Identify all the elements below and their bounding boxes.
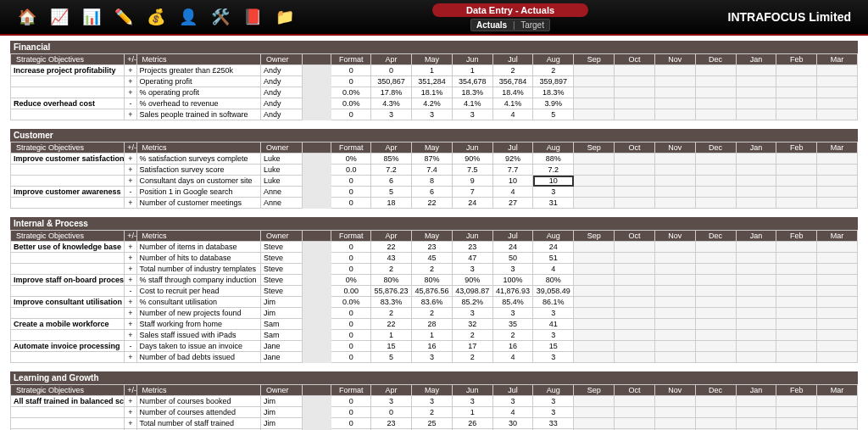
value-cell[interactable] — [736, 330, 776, 341]
value-cell[interactable]: 83.3% — [371, 297, 412, 308]
value-cell[interactable] — [776, 109, 817, 120]
value-cell[interactable] — [574, 187, 615, 198]
value-cell[interactable] — [574, 76, 615, 87]
value-cell[interactable]: 3 — [492, 264, 533, 275]
value-cell[interactable]: 35 — [492, 319, 533, 330]
value-cell[interactable] — [615, 87, 655, 98]
value-cell[interactable]: 5 — [371, 187, 412, 198]
value-cell[interactable]: 80% — [533, 275, 574, 286]
value-cell[interactable] — [654, 253, 695, 264]
value-cell[interactable]: 18.3% — [533, 87, 574, 98]
value-cell[interactable] — [817, 165, 858, 176]
value-cell[interactable] — [817, 154, 858, 165]
value-cell[interactable]: 85.4% — [492, 297, 533, 308]
value-cell[interactable] — [736, 264, 776, 275]
value-cell[interactable] — [654, 319, 695, 330]
value-cell[interactable] — [654, 165, 695, 176]
value-cell[interactable]: 41,876.93 — [492, 286, 533, 297]
value-cell[interactable] — [695, 264, 736, 275]
format-cell[interactable]: 0 — [331, 352, 371, 363]
value-cell[interactable] — [817, 242, 858, 253]
value-cell[interactable]: 26 — [452, 418, 492, 429]
value-cell[interactable]: 86.1% — [533, 297, 574, 308]
value-cell[interactable] — [736, 109, 776, 120]
value-cell[interactable]: 41 — [533, 319, 574, 330]
tab-actuals[interactable]: Actuals — [476, 20, 507, 30]
format-cell[interactable]: 0 — [331, 308, 371, 319]
value-cell[interactable] — [736, 308, 776, 319]
value-cell[interactable] — [615, 341, 655, 352]
value-cell[interactable]: 50 — [492, 253, 533, 264]
value-cell[interactable]: 92% — [492, 154, 533, 165]
value-cell[interactable] — [736, 275, 776, 286]
value-cell[interactable]: 88% — [533, 154, 574, 165]
value-cell[interactable]: 24 — [452, 198, 492, 209]
value-cell[interactable]: 3 — [452, 264, 492, 275]
value-cell[interactable] — [776, 264, 817, 275]
value-cell[interactable] — [736, 154, 776, 165]
value-cell[interactable]: 43,098.87 — [452, 286, 492, 297]
value-cell[interactable] — [817, 297, 858, 308]
value-cell[interactable]: 18.1% — [412, 87, 453, 98]
value-cell[interactable] — [654, 275, 695, 286]
value-cell[interactable]: 23 — [412, 242, 453, 253]
value-cell[interactable] — [574, 98, 615, 109]
value-cell[interactable] — [776, 352, 817, 363]
value-cell[interactable]: 0 — [371, 65, 412, 76]
value-cell[interactable] — [776, 286, 817, 297]
value-cell[interactable]: 10 — [533, 176, 574, 187]
value-cell[interactable]: 4 — [533, 264, 574, 275]
value-cell[interactable]: 359,897 — [533, 76, 574, 87]
value-cell[interactable]: 3 — [452, 109, 492, 120]
format-cell[interactable]: 0 — [331, 109, 371, 120]
format-cell[interactable]: 0.0 — [331, 165, 371, 176]
value-cell[interactable]: 83.6% — [412, 297, 453, 308]
value-cell[interactable] — [574, 109, 615, 120]
book-icon[interactable]: 📕 — [242, 7, 263, 27]
value-cell[interactable] — [615, 198, 655, 209]
value-cell[interactable]: 1 — [412, 65, 453, 76]
value-cell[interactable]: 85.2% — [452, 297, 492, 308]
value-cell[interactable] — [574, 319, 615, 330]
value-cell[interactable]: 4 — [492, 352, 533, 363]
value-cell[interactable]: 3 — [533, 308, 574, 319]
value-cell[interactable]: 51 — [533, 253, 574, 264]
value-cell[interactable] — [574, 308, 615, 319]
value-cell[interactable]: 55,876.23 — [371, 286, 412, 297]
value-cell[interactable] — [695, 198, 736, 209]
value-cell[interactable] — [776, 165, 817, 176]
value-cell[interactable]: 80% — [412, 275, 453, 286]
value-cell[interactable]: 33 — [533, 418, 574, 429]
value-cell[interactable] — [817, 187, 858, 198]
value-cell[interactable]: 6 — [371, 176, 412, 187]
value-cell[interactable] — [695, 176, 736, 187]
value-cell[interactable]: 7.7 — [492, 165, 533, 176]
value-cell[interactable] — [615, 407, 655, 418]
value-cell[interactable] — [615, 165, 655, 176]
value-cell[interactable] — [695, 297, 736, 308]
value-cell[interactable] — [776, 330, 817, 341]
format-cell[interactable]: 0 — [331, 198, 371, 209]
value-cell[interactable] — [574, 65, 615, 76]
value-cell[interactable] — [695, 341, 736, 352]
value-cell[interactable]: 3 — [533, 352, 574, 363]
value-cell[interactable] — [654, 407, 695, 418]
value-cell[interactable] — [654, 352, 695, 363]
pencil-icon[interactable]: ✏️ — [114, 7, 134, 27]
format-cell[interactable]: 0 — [331, 76, 371, 87]
value-cell[interactable]: 2 — [412, 264, 453, 275]
value-cell[interactable] — [574, 297, 615, 308]
value-cell[interactable] — [574, 198, 615, 209]
value-cell[interactable] — [736, 286, 776, 297]
value-cell[interactable]: 4.3% — [371, 98, 412, 109]
value-cell[interactable]: 3 — [452, 396, 492, 407]
value-cell[interactable]: 2 — [452, 352, 492, 363]
value-cell[interactable]: 45 — [412, 253, 453, 264]
value-cell[interactable] — [615, 297, 655, 308]
value-cell[interactable] — [574, 418, 615, 429]
value-cell[interactable] — [695, 286, 736, 297]
value-cell[interactable] — [615, 352, 655, 363]
value-cell[interactable]: 100% — [492, 275, 533, 286]
value-cell[interactable] — [817, 275, 858, 286]
value-cell[interactable]: 354,678 — [452, 76, 492, 87]
